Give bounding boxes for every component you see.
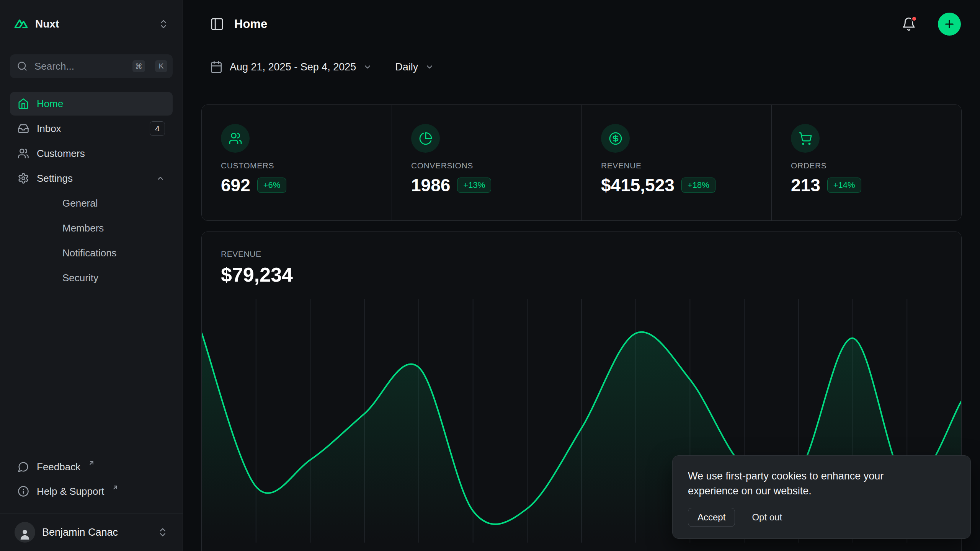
sidebar-nav: Home Inbox 4 Customers Settings General … [10, 92, 173, 290]
inbox-icon [18, 123, 29, 134]
pie-chart-icon [419, 132, 433, 145]
circle-dollar-icon [609, 132, 622, 145]
search-icon [17, 61, 28, 72]
chevrons-up-down-icon [158, 19, 169, 29]
help-support-link[interactable]: Help & Support [10, 479, 173, 503]
add-button[interactable] [938, 13, 961, 36]
page-title: Home [234, 17, 267, 31]
cookie-consent-toast: We use first-party cookies to enhance yo… [672, 455, 971, 539]
stat-value: 1986 [411, 175, 450, 196]
sidebar-item-security[interactable]: Security [10, 266, 173, 290]
sidebar-item-home[interactable]: Home [10, 92, 173, 116]
main-area: Home Aug 21, 2025 - Sep 4, 2025 Daily [183, 0, 980, 551]
sidebar-toggle-icon[interactable] [210, 17, 224, 31]
kbd-key: K [155, 60, 167, 72]
help-support-label: Help & Support [37, 486, 104, 497]
stat-orders: ORDERS 213 +14% [771, 105, 961, 220]
sidebar-item-label: Customers [37, 148, 85, 160]
stat-customers: CUSTOMERS 692 +6% [202, 105, 392, 220]
plus-icon [943, 18, 956, 30]
sidebar-footer: Feedback Help & Support [10, 455, 173, 513]
revenue-total: $79,234 [221, 263, 942, 286]
users-icon [18, 148, 29, 159]
external-link-icon [112, 484, 119, 491]
sidebar-item-notifications[interactable]: Notifications [10, 241, 173, 265]
stat-label: REVENUE [601, 161, 752, 170]
sidebar-item-settings[interactable]: Settings [10, 166, 173, 190]
filter-bar: Aug 21, 2025 - Sep 4, 2025 Daily [183, 48, 980, 86]
granularity-select[interactable]: Daily [395, 61, 434, 73]
chevrons-up-down-icon [157, 527, 168, 538]
chevron-down-icon [425, 62, 434, 72]
stat-delta-badge: +6% [257, 178, 287, 193]
sidebar-subitem-label: Security [62, 272, 98, 284]
stats-row: CUSTOMERS 692 +6% CONVERSIONS 1986 +13% [201, 104, 962, 221]
sidebar-item-label: Home [37, 98, 63, 110]
stat-label: ORDERS [791, 161, 942, 170]
sidebar-subitem-label: Members [62, 222, 104, 234]
search-input[interactable] [34, 60, 126, 72]
sidebar-item-label: Settings [37, 173, 73, 184]
stat-label: CUSTOMERS [221, 161, 372, 170]
workspace-switcher[interactable]: Nuxt [10, 11, 173, 37]
stat-value: 692 [221, 175, 250, 196]
stat-delta-badge: +13% [457, 178, 491, 193]
feedback-link[interactable]: Feedback [10, 455, 173, 479]
inbox-count-badge: 4 [150, 121, 165, 136]
stat-delta-badge: +14% [827, 178, 861, 193]
person-icon [18, 528, 31, 541]
revenue-card-label: REVENUE [221, 249, 942, 259]
users-icon [229, 132, 242, 145]
feedback-label: Feedback [37, 461, 80, 473]
nuxt-logo-icon [14, 17, 28, 31]
chevron-up-icon [156, 174, 165, 183]
kbd-meta: ⌘ [132, 60, 145, 72]
sidebar-item-inbox[interactable]: Inbox 4 [10, 117, 173, 140]
chevron-down-icon [363, 62, 372, 72]
message-bubble-icon [18, 461, 29, 473]
sidebar-item-members[interactable]: Members [10, 216, 173, 240]
cart-icon [799, 132, 812, 145]
sidebar-item-label: Inbox [37, 123, 61, 135]
date-range-picker[interactable]: Aug 21, 2025 - Sep 4, 2025 [210, 60, 372, 73]
home-icon [18, 98, 29, 109]
calendar-icon [210, 60, 223, 73]
sidebar-subitem-label: Notifications [62, 247, 117, 259]
sidebar-item-customers[interactable]: Customers [10, 142, 173, 165]
stat-delta-badge: +18% [681, 178, 715, 193]
stat-value: 213 [791, 175, 820, 196]
workspace-name: Nuxt [35, 18, 59, 30]
cookie-message: We use first-party cookies to enhance yo… [688, 469, 910, 499]
sidebar-item-general[interactable]: General [10, 191, 173, 215]
sidebar: Nuxt ⌘ K Home Inbox 4 Customers Settings… [0, 0, 183, 551]
opt-out-button[interactable]: Opt out [752, 512, 782, 523]
info-circle-icon [18, 486, 29, 497]
granularity-value: Daily [395, 61, 418, 73]
stat-revenue: REVENUE $415,523 +18% [581, 105, 771, 220]
gear-icon [18, 173, 29, 184]
user-menu[interactable]: Benjamin Canac [10, 519, 173, 546]
top-bar: Home [183, 0, 980, 48]
date-range-value: Aug 21, 2025 - Sep 4, 2025 [230, 61, 356, 73]
notifications-button[interactable] [900, 15, 918, 33]
external-link-icon [88, 460, 95, 466]
accept-button[interactable]: Accept [688, 508, 735, 527]
search-bar[interactable]: ⌘ K [10, 54, 173, 78]
stat-value: $415,523 [601, 175, 675, 196]
avatar [15, 522, 35, 543]
sidebar-subitem-label: General [62, 197, 98, 209]
notification-dot [911, 16, 917, 22]
user-section: Benjamin Canac [0, 513, 183, 551]
stat-conversions: CONVERSIONS 1986 +13% [392, 105, 581, 220]
stat-label: CONVERSIONS [411, 161, 562, 170]
user-name: Benjamin Canac [42, 527, 118, 538]
